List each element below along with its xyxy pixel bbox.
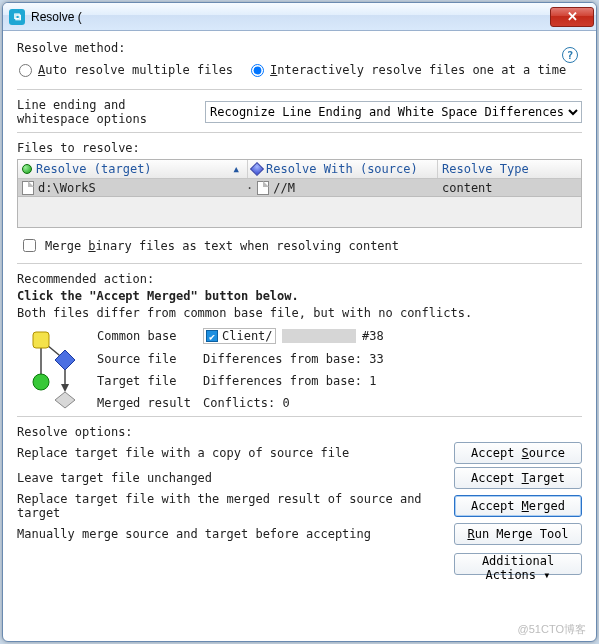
radio-interactive-input[interactable] [251,64,264,77]
file-icon [257,181,269,195]
radio-interactive-resolve[interactable]: Interactively resolve files one at a tim… [251,63,566,77]
svg-marker-3 [61,384,69,392]
recommended-label: Recommended action: [17,272,582,286]
resolve-type: content [442,181,493,195]
resolve-method-label: Resolve method: [17,41,582,55]
table-row[interactable]: d:\WorkS · //M content [18,179,581,197]
opt-source-desc: Replace target file with a copy of sourc… [17,446,454,460]
help-icon[interactable]: ? [562,47,578,63]
source-diff: Differences from base: 33 [203,352,384,366]
common-base-label: Common base [97,329,195,343]
divider [17,132,582,133]
divider [17,263,582,264]
merge-graph-icon [17,326,87,412]
svg-point-6 [33,374,49,390]
opt-tool-desc: Manually merge source and target before … [17,527,454,541]
recommended-action: Click the "Accept Merged" button below. [17,289,582,303]
path-strip [282,329,356,343]
table-empty-area [18,197,581,227]
recommended-explain: Both files differ from common base file,… [17,306,582,320]
watermark: @51CTO博客 [518,622,586,637]
col-resolve-type[interactable]: Resolve Type [438,160,581,178]
merged-result-label: Merged result [97,396,195,410]
col-resolve-target[interactable]: Resolve (target) ▲ [18,160,248,178]
additional-actions-button[interactable]: Additional Actions [454,553,582,575]
run-merge-tool-button[interactable]: Run Merge Tool [454,523,582,545]
files-table: Resolve (target) ▲ Resolve With (source)… [17,159,582,228]
svg-marker-5 [55,350,75,370]
opt-target-desc: Leave target file unchanged [17,471,454,485]
file-icon [22,181,34,195]
files-to-resolve-label: Files to resolve: [17,141,582,155]
svg-marker-7 [55,392,75,408]
titlebar: ⧉ Resolve ( ✕ [3,3,596,31]
accept-merged-button[interactable]: Accept Merged [454,495,582,517]
merge-binary-label: Merge binary files as text when resolvin… [45,239,399,253]
source-path: //M [273,181,295,195]
close-icon: ✕ [567,9,578,24]
sort-asc-icon: ▲ [234,164,239,174]
target-file-label: Target file [97,374,195,388]
target-diff: Differences from base: 1 [203,374,384,388]
app-icon: ⧉ [9,9,25,25]
divider [17,89,582,90]
target-path: d:\WorkS [38,181,96,195]
target-dot-icon [22,164,32,174]
radio-auto-resolve[interactable]: Auto resolve multiple files [19,63,233,77]
divider [17,416,582,417]
accept-target-button[interactable]: Accept Target [454,467,582,489]
col-resolve-source[interactable]: Resolve With (source) [248,160,438,178]
client-chip: ✔ Client/ [203,328,276,344]
close-button[interactable]: ✕ [550,7,594,27]
source-file-label: Source file [97,352,195,366]
accept-source-button[interactable]: Accept Source [454,442,582,464]
table-header: Resolve (target) ▲ Resolve With (source)… [18,160,581,179]
revision-suffix: #38 [362,329,384,343]
radio-auto-resolve-input[interactable] [19,64,32,77]
conflicts-value: Conflicts: 0 [203,396,384,410]
svg-rect-4 [33,332,49,348]
line-ending-label: Line ending and whitespace options [17,98,193,126]
check-icon: ✔ [206,330,218,342]
opt-merged-desc: Replace target file with the merged resu… [17,492,454,520]
source-diamond-icon [250,162,264,176]
resolve-options-label: Resolve options: [17,425,582,439]
window-title: Resolve ( [31,10,550,24]
line-ending-select[interactable]: Recognize Line Ending and White Space Di… [205,101,582,123]
merge-binary-checkbox[interactable] [23,239,36,252]
